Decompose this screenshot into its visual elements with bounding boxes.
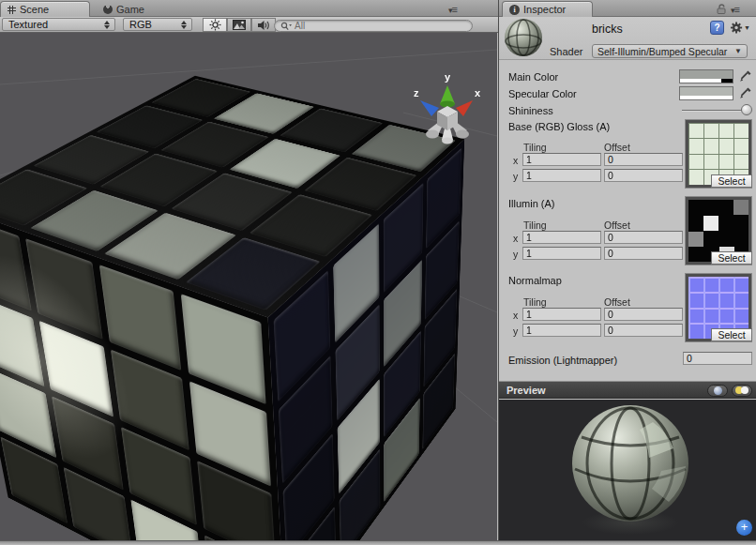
draw-mode-dropdown[interactable]: Textured [2, 18, 115, 31]
illumin-tiling-y-input[interactable] [522, 247, 601, 260]
illumin-offset-x-input[interactable] [604, 231, 683, 244]
scene-lighting-toggle[interactable] [203, 18, 227, 32]
color-mode-value: RGB [129, 19, 152, 30]
material-ball-icon [505, 19, 542, 56]
search-placeholder: All [295, 21, 305, 31]
light-dot-icon [741, 386, 748, 394]
search-icon [280, 22, 292, 31]
tab-game-label: Game [116, 4, 144, 15]
preview-lighting-button[interactable] [732, 385, 752, 397]
eyedropper-icon[interactable] [739, 86, 752, 100]
gizmo-x-cone[interactable] [456, 100, 473, 116]
lock-icon[interactable] [716, 4, 727, 14]
specular-color-label: Specular Color [508, 88, 577, 99]
tiling-header: Tiling [523, 220, 547, 231]
color-mode-dropdown[interactable]: RGB [123, 18, 192, 31]
base-tiling-x-input[interactable] [522, 153, 601, 166]
preview-viewport[interactable]: + [499, 400, 756, 540]
updown-arrows-icon [104, 21, 111, 29]
normalmap-tiling-y-input[interactable] [522, 324, 601, 337]
tab-game[interactable]: Game [97, 1, 154, 17]
inspector-panel: i Inspector ▾≡ bricks Shader Self-Illumi… [498, 0, 756, 545]
illumin-offset-y-input[interactable] [604, 247, 683, 260]
gear-icon [730, 21, 743, 35]
offset-header: Offset [604, 220, 630, 231]
shader-value: Self-Illumin/Bumped Specular [597, 46, 727, 57]
plus-icon: + [741, 520, 748, 534]
scene-panel: Scene Game ▾≡ Textured RGB [0, 0, 498, 545]
scene-search-input[interactable]: All [274, 20, 473, 32]
preview-header[interactable]: Preview [499, 381, 756, 399]
draw-mode-value: Textured [8, 19, 48, 30]
speaker-icon [257, 20, 270, 31]
gizmo-z-cone[interactable] [420, 100, 439, 116]
x-row-label: x [513, 155, 518, 166]
sun-icon [209, 19, 221, 31]
normalmap-offset-x-input[interactable] [604, 308, 683, 321]
shader-dropdown[interactable]: Self-Illumin/Bumped Specular ▼ [592, 44, 748, 58]
add-button[interactable]: + [736, 520, 752, 536]
gizmo-z-label: z [414, 87, 419, 98]
shader-label: Shader [550, 46, 582, 57]
emission-label: Emission (Lightmapper) [508, 355, 617, 366]
shininess-label: Shininess [508, 105, 553, 116]
y-row-label: y [513, 171, 518, 182]
eyedropper-icon[interactable] [739, 69, 752, 83]
scene-overlay-toggle[interactable] [227, 18, 251, 32]
illumin-select-button[interactable]: Select [711, 251, 752, 265]
scene-grid-icon [8, 6, 16, 14]
chevron-down-icon: ▼ [734, 47, 742, 55]
base-offset-x-input[interactable] [604, 153, 683, 166]
emission-input[interactable] [683, 352, 752, 365]
chevron-down-icon: ▼ [744, 24, 750, 31]
y-row-label: y [513, 325, 518, 337]
tab-inspector[interactable]: i Inspector [502, 1, 593, 17]
tab-scene[interactable]: Scene [0, 1, 90, 17]
material-options-button[interactable]: ▼ [730, 21, 750, 35]
material-name: bricks [592, 23, 623, 36]
shininess-slider-knob[interactable] [741, 104, 752, 115]
sphere-icon [714, 386, 722, 395]
tiling-header: Tiling [523, 296, 547, 308]
offset-header: Offset [604, 142, 630, 153]
normalmap-offset-y-input[interactable] [604, 324, 683, 337]
x-row-label: x [513, 310, 518, 321]
main-color-swatch[interactable] [679, 69, 733, 83]
help-glyph: ? [714, 23, 719, 33]
specular-color-swatch[interactable] [679, 86, 733, 100]
textured-cube[interactable] [88, 132, 382, 510]
section-label-illumin: Illumin (A) [508, 198, 555, 209]
main-color-label: Main Color [508, 71, 558, 83]
material-header: bricks Shader Self-Illumin/Bumped Specul… [499, 17, 756, 60]
scene-pane-menu-icon[interactable]: ▾≡ [448, 4, 457, 15]
x-row-label: x [513, 233, 518, 244]
scene-audio-toggle[interactable] [251, 18, 276, 32]
illumin-tiling-x-input[interactable] [522, 231, 601, 244]
normalmap-select-button[interactable]: Select [711, 328, 752, 341]
inspector-pane-menu-icon[interactable]: ▾≡ [731, 4, 739, 15]
window-bottom-edge [0, 540, 756, 545]
section-label-base: Base (RGB) Gloss (A) [508, 121, 610, 132]
inspector-tabbar: i Inspector ▾≡ [499, 0, 756, 17]
normalmap-tiling-x-input[interactable] [522, 308, 601, 321]
tab-scene-label: Scene [20, 4, 49, 15]
scene-orientation-gizmo[interactable]: y x z [411, 68, 484, 147]
preview-title: Preview [507, 385, 546, 396]
updown-arrows-icon [181, 21, 188, 29]
help-button[interactable]: ? [710, 21, 724, 35]
base-select-button[interactable]: Select [711, 174, 752, 188]
gizmo-x-label: x [475, 87, 481, 98]
base-tiling-y-input[interactable] [522, 169, 601, 182]
scene-toolbar: Textured RGB [0, 17, 498, 33]
preview-model-button[interactable] [707, 385, 728, 397]
base-offset-y-input[interactable] [604, 169, 683, 182]
y-row-label: y [513, 249, 518, 260]
tiling-header: Tiling [523, 142, 547, 153]
scene-tabbar: Scene Game ▾≡ [0, 0, 498, 17]
game-icon [103, 5, 113, 14]
scene-viewport[interactable]: y x z [0, 33, 497, 540]
preview-material-sphere [572, 405, 688, 522]
main-color-alpha-bar [680, 79, 733, 83]
tab-inspector-label: Inspector [523, 4, 566, 15]
section-label-normalmap: Normalmap [508, 275, 562, 286]
